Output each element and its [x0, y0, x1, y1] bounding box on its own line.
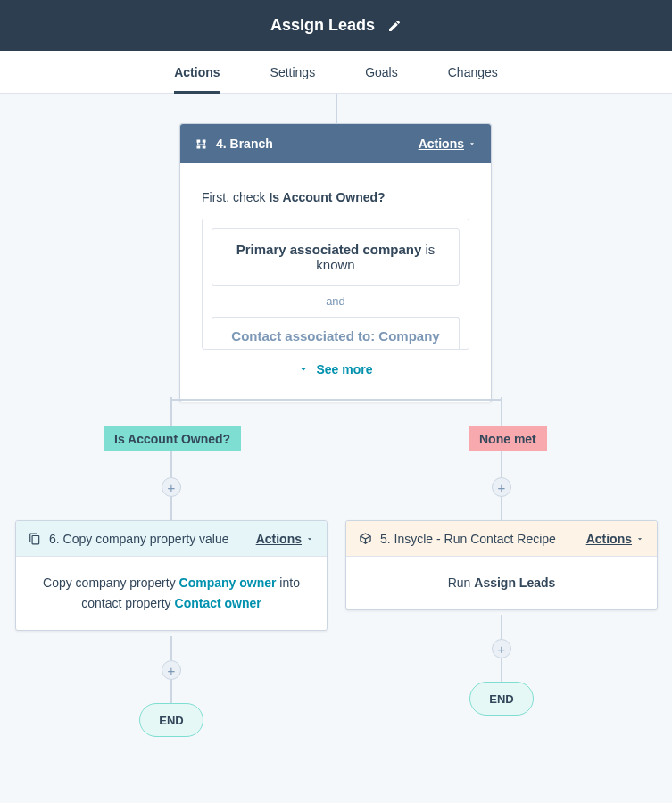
tab-actions[interactable]: Actions	[174, 51, 220, 94]
workflow-canvas[interactable]: 4. Branch Actions First, check Is Accoun…	[0, 94, 672, 803]
action-card-copy-property[interactable]: 6. Copy company property value Actions C…	[15, 520, 328, 631]
end-node: END	[139, 703, 203, 737]
action-card-body: Copy company property Company owner into…	[16, 557, 327, 630]
end-node: END	[469, 682, 534, 716]
chevron-down-icon	[468, 139, 477, 148]
branch-label-left[interactable]: Is Account Owned?	[104, 426, 241, 451]
branch-step-label: 4. Branch	[216, 137, 273, 151]
tab-goals[interactable]: Goals	[365, 51, 398, 94]
add-action-button[interactable]: +	[162, 660, 181, 680]
tab-settings[interactable]: Settings	[270, 51, 316, 94]
branch-actions-dropdown[interactable]: Actions	[419, 137, 477, 151]
card-actions-dropdown[interactable]: Actions	[256, 532, 314, 546]
first-check-text: First, check Is Account Owned?	[202, 190, 469, 204]
tab-changes[interactable]: Changes	[448, 51, 498, 94]
action-card-insycle[interactable]: 5. Insycle - Run Contact Recipe Actions …	[345, 520, 658, 610]
branch-card-header: 4. Branch Actions	[180, 124, 491, 163]
branch-card-body: First, check Is Account Owned? Primary a…	[180, 163, 491, 402]
copy-icon	[29, 533, 41, 545]
add-action-button[interactable]: +	[162, 477, 181, 497]
page-title: Assign Leads	[270, 16, 375, 35]
action-card-body: Run Assign Leads	[346, 557, 657, 609]
branch-card-title: 4. Branch	[195, 137, 273, 151]
condition-2: Contact associated to: Company	[212, 317, 460, 349]
edit-icon[interactable]	[387, 19, 402, 33]
action-card-title: 5. Insycle - Run Contact Recipe	[359, 532, 556, 546]
branch-card[interactable]: 4. Branch Actions First, check Is Accoun…	[179, 123, 492, 402]
action-card-header: 6. Copy company property value Actions	[16, 521, 327, 557]
chevron-down-icon	[305, 534, 314, 543]
tab-bar: Actions Settings Goals Changes	[0, 51, 672, 94]
action-card-header: 5. Insycle - Run Contact Recipe Actions	[346, 521, 657, 557]
cube-icon	[359, 532, 372, 545]
property-link[interactable]: Contact owner	[175, 596, 261, 610]
see-more-button[interactable]: See more	[202, 350, 469, 384]
condition-1: Primary associated company is known	[212, 228, 460, 286]
connector	[501, 397, 502, 522]
connector	[170, 397, 172, 522]
property-link[interactable]: Company owner	[179, 575, 277, 590]
branch-label-right[interactable]: None met	[469, 426, 547, 451]
sitemap-icon	[195, 137, 208, 151]
card-actions-dropdown[interactable]: Actions	[586, 532, 644, 546]
condition-operator: and	[203, 286, 469, 317]
chevron-down-icon	[635, 534, 644, 543]
conditions-container: Primary associated company is known and …	[202, 219, 469, 350]
add-action-button[interactable]: +	[492, 477, 511, 497]
chevron-down-icon	[298, 364, 309, 375]
connector	[170, 399, 502, 401]
add-action-button[interactable]: +	[492, 639, 511, 658]
connector	[336, 94, 337, 123]
action-card-title: 6. Copy company property value	[29, 532, 229, 546]
header: Assign Leads	[0, 0, 672, 51]
